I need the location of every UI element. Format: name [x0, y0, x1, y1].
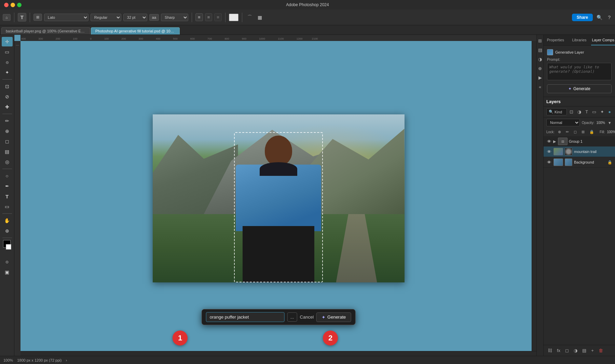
- tool-options-button[interactable]: ⊞: [33, 14, 42, 21]
- minimize-button[interactable]: [11, 3, 15, 7]
- tab-basketball-player[interactable]: basketball player.png @ 100% (Generative…: [1, 27, 90, 34]
- status-arrow[interactable]: ›: [66, 358, 67, 362]
- lock-drawing-btn[interactable]: ✏: [564, 129, 570, 135]
- help-icon[interactable]: ?: [606, 14, 612, 21]
- filter-kind[interactable]: 🔍 Kind: [546, 108, 567, 115]
- lock-artboards-btn[interactable]: ⊞: [580, 129, 586, 135]
- layer-adjustment-btn[interactable]: ◑: [572, 347, 579, 354]
- gen-cancel-button[interactable]: Cancel: [300, 314, 314, 320]
- magic-wand-tool[interactable]: ✦: [2, 68, 13, 77]
- screen-mode-button[interactable]: ▣: [2, 267, 13, 277]
- dodge-tool[interactable]: ○: [2, 171, 13, 181]
- background-color[interactable]: [6, 244, 11, 250]
- gradient-tool[interactable]: ▤: [2, 147, 13, 156]
- lock-all-btn[interactable]: 🔒: [588, 129, 596, 135]
- fill-value: 100%: [607, 130, 615, 134]
- play-icon[interactable]: ▶: [538, 74, 543, 82]
- background-lock-icon: 🔒: [607, 160, 612, 165]
- channels-icon[interactable]: ⊕: [537, 65, 543, 72]
- scrollbar-horizontal[interactable]: [20, 351, 536, 356]
- align-left-button[interactable]: ≡: [195, 13, 203, 21]
- lasso-tool[interactable]: ⌾: [2, 57, 13, 67]
- properties-icon[interactable]: ⊞: [537, 37, 543, 45]
- blur-tool[interactable]: ◎: [2, 157, 13, 167]
- text-color-swatch[interactable]: [229, 14, 238, 21]
- canvas-area[interactable]: 400 300 200 100 0 100 200 300 400 500 60…: [14, 35, 536, 356]
- panel-generate-button[interactable]: ✦ Generate: [547, 84, 612, 93]
- zoom-tool[interactable]: ⊕: [2, 226, 13, 236]
- crop-tool[interactable]: ⊡: [2, 82, 13, 91]
- warp-text-icon[interactable]: ⌒: [246, 13, 254, 22]
- gen-generate-button[interactable]: ✦ Generate: [316, 312, 351, 322]
- tab-layer-comps[interactable]: Layer Comps: [591, 35, 615, 45]
- font-style-select[interactable]: Regular: [91, 14, 121, 21]
- lock-position-btn[interactable]: ⊕: [557, 129, 562, 135]
- collapse-icon[interactable]: «: [538, 83, 542, 91]
- mountain-trail-layer[interactable]: 👁 mountain trail: [544, 146, 615, 157]
- quick-mask-tool[interactable]: ⊙: [2, 257, 13, 267]
- pixel-filter-btn[interactable]: ⊡: [568, 109, 575, 115]
- text-filter-btn[interactable]: T: [584, 109, 589, 115]
- hand-tool[interactable]: ✋: [2, 216, 13, 225]
- delete-layer-btn[interactable]: 🗑: [597, 347, 604, 354]
- generative-fill-input[interactable]: [206, 312, 285, 322]
- tab-mountain-trail[interactable]: Photoshop AI generative fill tutorial.ps…: [91, 27, 180, 34]
- text-properties-icon[interactable]: ▦: [256, 14, 264, 21]
- text-tool-button[interactable]: T: [18, 13, 26, 22]
- zoom-level: 100%: [3, 358, 13, 362]
- color-tools: [2, 240, 13, 253]
- step-badge-1: 1: [173, 331, 188, 346]
- antialiasing-button[interactable]: aa: [149, 14, 159, 21]
- font-size-select[interactable]: 32 pt: [123, 14, 147, 21]
- adjustments-icon[interactable]: ◑: [537, 55, 543, 63]
- selection-tool[interactable]: ▭: [2, 47, 13, 57]
- eyedropper-tool[interactable]: ⊘: [2, 92, 13, 101]
- prompt-textarea[interactable]: [547, 63, 612, 80]
- home-button[interactable]: ⌂: [3, 14, 11, 21]
- tab-properties[interactable]: Properties: [544, 35, 568, 45]
- scrollbar-vertical[interactable]: [532, 41, 536, 351]
- eraser-tool[interactable]: ◻: [2, 137, 13, 146]
- fill-label: Fill:: [600, 130, 605, 134]
- canvas-wrapper: ... Cancel ✦ Generate 1 2: [20, 41, 536, 356]
- filter-toggle-btn[interactable]: ●: [607, 109, 612, 115]
- group-expand-arrow[interactable]: ▶: [553, 139, 556, 144]
- new-layer-btn[interactable]: +: [590, 347, 595, 354]
- mountain-trail-thumbnail: [554, 148, 563, 155]
- healing-tool[interactable]: ✚: [2, 102, 13, 112]
- sharpness-select[interactable]: Sharp: [161, 14, 188, 21]
- smart-filter-btn[interactable]: ✦: [599, 109, 605, 115]
- tab-libraries[interactable]: Libraries: [568, 35, 591, 45]
- adjustment-filter-btn[interactable]: ◑: [576, 109, 583, 115]
- brush-tool[interactable]: ✏: [2, 116, 13, 126]
- background-layer[interactable]: 👁 Background 🔒: [544, 157, 615, 168]
- layer-link-btn[interactable]: ⛓: [546, 347, 554, 354]
- layer-group-btn[interactable]: ▤: [581, 347, 588, 354]
- canvas-image: [153, 114, 405, 282]
- opacity-arrow[interactable]: ▾: [607, 120, 612, 126]
- layer-group-item[interactable]: 👁 ▶ ▤ Group 1: [544, 136, 615, 146]
- fullscreen-button[interactable]: [17, 3, 22, 7]
- layer-mask-btn[interactable]: ◻: [564, 347, 570, 354]
- layers-icon[interactable]: ▤: [537, 46, 543, 54]
- close-button[interactable]: [4, 3, 9, 7]
- gen-more-options-button[interactable]: ...: [287, 312, 297, 322]
- blend-mode-select[interactable]: Normal: [546, 119, 580, 126]
- share-button[interactable]: Share: [572, 14, 593, 21]
- stamp-tool[interactable]: ⊕: [2, 126, 13, 136]
- background-visibility[interactable]: 👁: [546, 159, 552, 165]
- pen-tool[interactable]: ✒: [2, 181, 13, 191]
- search-icon[interactable]: 🔍: [595, 14, 604, 21]
- group-visibility-toggle[interactable]: 👁: [546, 139, 552, 144]
- shape-tool[interactable]: ▭: [2, 202, 13, 211]
- align-center-button[interactable]: ≡: [205, 13, 213, 21]
- mountain-trail-visibility[interactable]: 👁: [546, 149, 552, 154]
- shape-filter-btn[interactable]: ▭: [591, 109, 598, 115]
- layer-effects-btn[interactable]: fx: [556, 347, 562, 354]
- move-tool[interactable]: ✛: [2, 37, 13, 46]
- text-tool[interactable]: T: [2, 192, 13, 201]
- group-layer-name: Group 1: [569, 139, 612, 143]
- font-family-select[interactable]: Lato: [44, 14, 88, 21]
- align-right-button[interactable]: ≡: [214, 13, 222, 21]
- lock-pixels-btn[interactable]: ◻: [572, 129, 578, 135]
